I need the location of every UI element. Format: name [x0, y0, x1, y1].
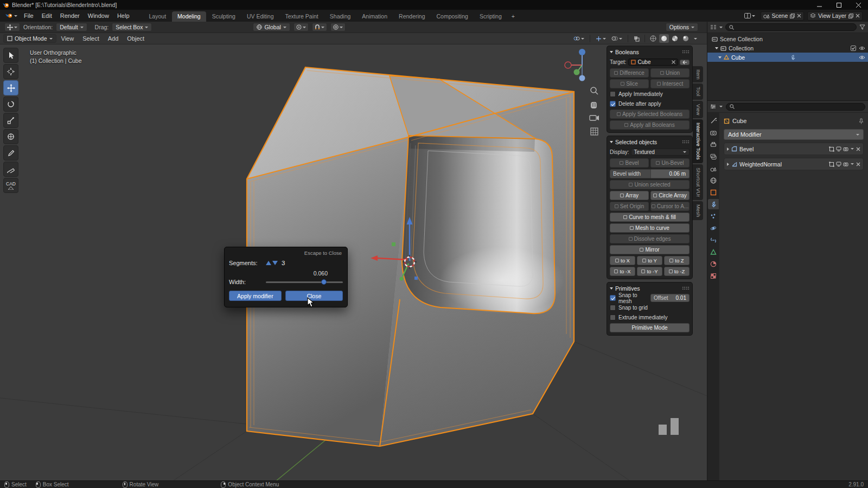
edit-mode-toggle-icon[interactable]: [829, 162, 834, 167]
tab-output[interactable]: [708, 139, 719, 150]
mirror-to-x-button[interactable]: to X: [610, 256, 635, 265]
transform-tool[interactable]: [3, 129, 18, 144]
cursor-tool[interactable]: [3, 64, 18, 79]
delete-modifier-icon[interactable]: [856, 162, 860, 166]
eye-icon[interactable]: [859, 46, 865, 50]
outliner-search-input[interactable]: [725, 23, 857, 31]
proportional-edit-dropdown[interactable]: [330, 23, 346, 31]
eye-icon[interactable]: [859, 55, 865, 60]
menu-file[interactable]: File: [20, 11, 37, 20]
overlays-dropdown[interactable]: [609, 34, 624, 43]
union-button[interactable]: Union: [650, 68, 690, 78]
offset-field[interactable]: Offset 0.01: [650, 294, 690, 302]
workspace-tab-rendering[interactable]: Rendering: [393, 11, 430, 22]
close-icon[interactable]: [856, 14, 860, 18]
visibility-dropdown[interactable]: [571, 34, 586, 43]
scale-tool[interactable]: [3, 113, 18, 128]
intersect-button[interactable]: Intersect: [650, 79, 690, 88]
drag-dots-icon[interactable]: [682, 286, 690, 290]
outliner-row-scene-collection[interactable]: Scene Collection: [707, 34, 868, 43]
sidebar-tab-tool[interactable]: Tool: [693, 84, 703, 99]
workspace-tab-layout[interactable]: Layout: [144, 11, 172, 22]
circle-array-button[interactable]: Circle Array: [650, 191, 690, 200]
slider-handle[interactable]: [321, 279, 327, 285]
viewport-side-controls[interactable]: [590, 87, 599, 135]
panel-selected-header[interactable]: Selected objects: [610, 138, 690, 146]
curve-to-mesh-button[interactable]: Curve to mesh & fill: [610, 213, 690, 222]
tab-object-data[interactable]: [708, 247, 719, 257]
tab-tool[interactable]: [708, 115, 719, 126]
modifier-bevel[interactable]: Bevel: [724, 143, 864, 155]
segments-stepper[interactable]: [266, 261, 278, 265]
workspace-tab-animation[interactable]: Animation: [356, 11, 393, 22]
tab-material[interactable]: [708, 259, 719, 269]
properties-search-input[interactable]: [726, 103, 865, 111]
realtime-toggle-icon[interactable]: [836, 146, 841, 151]
tab-modifiers[interactable]: [708, 199, 719, 209]
scene-selector[interactable]: Scene: [761, 11, 804, 21]
outliner-row-collection[interactable]: Collection: [707, 43, 868, 53]
menu-render[interactable]: Render: [56, 11, 84, 20]
tab-texture[interactable]: [708, 271, 719, 281]
menu-view[interactable]: View: [58, 34, 78, 43]
mirror-button[interactable]: Mirror: [610, 245, 690, 254]
unbevel-button[interactable]: Un-Bevel: [650, 158, 690, 168]
dissolve-edges-button[interactable]: Dissolve edges: [610, 234, 690, 243]
panel-primitives-header[interactable]: Primitives: [610, 284, 690, 292]
shading-solid-button[interactable]: [659, 34, 669, 43]
menu-edit[interactable]: Edit: [38, 11, 56, 20]
filter-icon[interactable]: [859, 24, 865, 30]
move-tool[interactable]: [3, 80, 18, 95]
menu-object[interactable]: Object: [123, 34, 148, 43]
cad-tool[interactable]: CAD: [3, 178, 18, 193]
tab-constraints[interactable]: [708, 235, 719, 245]
shading-material-button[interactable]: [670, 34, 680, 43]
tab-physics[interactable]: [708, 223, 719, 233]
shading-wireframe-button[interactable]: [648, 34, 658, 43]
gizmos-dropdown[interactable]: [593, 34, 608, 43]
minimize-button[interactable]: [809, 0, 829, 10]
edit-mode-toggle-icon[interactable]: [829, 146, 834, 152]
delete-after-apply-checkbox[interactable]: [610, 101, 616, 107]
outliner-row-cube[interactable]: Cube: [707, 53, 868, 62]
new-scene-icon[interactable]: [790, 14, 795, 18]
extrude-immediately-checkbox[interactable]: [610, 314, 616, 320]
target-object-field[interactable]: Cube: [628, 59, 678, 66]
array-button[interactable]: Array: [610, 191, 649, 200]
slice-button[interactable]: Slice: [610, 79, 649, 88]
bevel-button[interactable]: Bevel: [610, 158, 649, 168]
workspace-tab-sculpting[interactable]: Sculpting: [207, 11, 241, 22]
select-box-tool[interactable]: [3, 48, 18, 63]
increment-icon[interactable]: [266, 261, 271, 265]
expand-icon[interactable]: [715, 47, 718, 49]
options-dropdown[interactable]: Options: [666, 23, 698, 31]
snap-to-grid-checkbox[interactable]: [610, 305, 616, 311]
primitive-mode-button[interactable]: Primitive Mode: [610, 323, 690, 332]
mesh-to-curve-button[interactable]: Mesh to curve: [610, 223, 690, 233]
add-modifier-button[interactable]: Add Modifier: [724, 129, 864, 140]
set-origin-button[interactable]: Set Origin: [610, 202, 649, 211]
menu-window[interactable]: Window: [84, 11, 113, 20]
add-workspace-button[interactable]: +: [508, 11, 519, 22]
menu-add[interactable]: Add: [104, 34, 123, 43]
tab-view-layer[interactable]: [708, 151, 719, 162]
pick-target-button[interactable]: [680, 60, 690, 65]
realtime-toggle-icon[interactable]: [836, 162, 841, 166]
mirror-to-neg-y-button[interactable]: to -Y: [637, 267, 662, 276]
sidebar-tab-shortcut-vur[interactable]: Shortcut VUr: [693, 164, 703, 200]
drag-dropdown[interactable]: Select Box: [112, 23, 152, 31]
menu-help[interactable]: Help: [113, 11, 133, 20]
render-toggle-icon[interactable]: [843, 162, 848, 166]
navigation-gizmo[interactable]: [565, 49, 585, 81]
sidebar-tab-view[interactable]: View: [693, 101, 703, 118]
snap-to-mesh-checkbox[interactable]: [610, 295, 616, 301]
mode-dropdown[interactable]: Object Mode: [3, 34, 56, 43]
xray-toggle[interactable]: [631, 34, 641, 43]
apply-modifier-button[interactable]: Apply modifier: [229, 291, 282, 301]
tab-particles[interactable]: [708, 211, 719, 221]
difference-button[interactable]: Difference: [610, 68, 649, 78]
outliner-editor-icon[interactable]: [710, 24, 717, 30]
mirror-to-neg-z-button[interactable]: to -Z: [664, 267, 690, 276]
modifier-weighted-normal[interactable]: WeightedNormal: [724, 158, 864, 170]
tab-scene[interactable]: [708, 163, 719, 174]
